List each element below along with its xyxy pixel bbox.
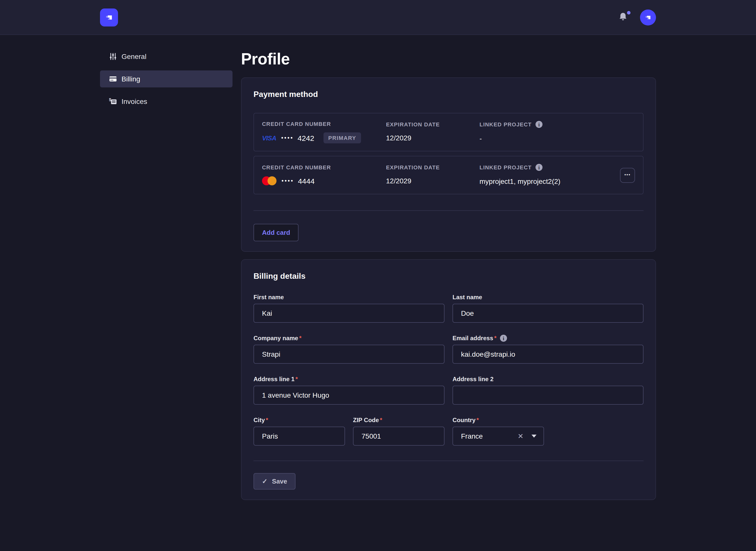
email-input[interactable] (453, 345, 644, 364)
city-input[interactable] (253, 427, 345, 446)
svg-text:$: $ (109, 98, 111, 102)
expiration-date-header: EXPIRATION DATE (386, 121, 480, 127)
main-content: Profile Payment method CREDIT CARD NUMBE… (241, 35, 656, 520)
masked-digits: •••• (281, 177, 294, 184)
linked-project-value: myproject1, myproject2(2) (480, 176, 620, 186)
zip-code-label: ZIP Code (353, 417, 379, 424)
address-line1-field-group: Address line 1 * (253, 376, 445, 405)
payment-divider (253, 210, 644, 211)
linked-project-header: LINKED PROJECT (480, 164, 532, 170)
payment-method-title: Payment method (253, 90, 644, 99)
settings-sidebar: General Billing $ (100, 35, 233, 115)
country-selected-value: France (461, 432, 483, 440)
country-select[interactable]: France ✕ (453, 427, 544, 446)
clear-selection-icon[interactable]: ✕ (518, 432, 523, 440)
chevron-down-icon[interactable] (531, 435, 536, 438)
sidebar-item-label: General (121, 52, 147, 60)
topbar (0, 0, 756, 35)
ellipsis-icon: ••• (624, 173, 631, 177)
primary-badge: PRIMARY (323, 132, 361, 143)
address-line2-label: Address line 2 (453, 376, 494, 383)
email-field-group: Email address * i (453, 335, 644, 364)
sidebar-item-billing[interactable]: Billing (100, 70, 233, 87)
notifications-bell-icon[interactable] (618, 12, 629, 23)
add-card-button[interactable]: Add card (253, 224, 299, 241)
expiration-date-header: EXPIRATION DATE (386, 164, 480, 170)
city-field-group: City * (253, 417, 345, 446)
first-name-label: First name (253, 294, 284, 301)
required-asterisk: * (380, 417, 382, 424)
sidebar-item-label: Invoices (121, 97, 147, 105)
billing-details-card: Billing details First name Last name Com… (241, 259, 656, 500)
save-button[interactable]: ✓ Save (253, 473, 296, 490)
sliders-icon (109, 52, 117, 60)
billing-divider (253, 461, 644, 461)
sidebar-item-general[interactable]: General (100, 48, 233, 65)
zip-code-field-group: ZIP Code * (353, 417, 445, 446)
card-last4: 4242 (297, 134, 314, 142)
country-field-group: Country * France ✕ (453, 417, 544, 446)
address-line1-label: Address line 1 (253, 376, 294, 383)
visa-logo-icon: VISA (262, 134, 276, 142)
sidebar-item-invoices[interactable]: $ Invoices (100, 93, 233, 110)
save-button-label: Save (272, 478, 287, 485)
info-icon[interactable]: i (536, 121, 543, 128)
credit-card-row-mastercard: CREDIT CARD NUMBER •••• 4444 EXPIRATION … (253, 156, 644, 194)
zip-code-input[interactable] (353, 427, 445, 446)
page-title: Profile (241, 50, 656, 68)
sidebar-item-label: Billing (121, 75, 140, 83)
last-name-field-group: Last name (453, 294, 644, 323)
required-asterisk: * (266, 417, 268, 424)
required-asterisk: * (477, 417, 479, 424)
payment-method-card: Payment method CREDIT CARD NUMBER VISA •… (241, 77, 656, 252)
address-line2-field-group: Address line 2 (453, 376, 644, 405)
card-last4: 4444 (298, 176, 315, 185)
user-avatar[interactable] (640, 9, 656, 25)
first-name-field-group: First name (253, 294, 445, 323)
masked-digits: •••• (281, 134, 294, 141)
company-name-field-group: Company name * (253, 335, 445, 364)
linked-project-header: LINKED PROJECT (480, 121, 532, 127)
address-line1-input[interactable] (253, 386, 445, 405)
linked-project-value: - (480, 133, 635, 143)
country-label: Country (453, 417, 476, 424)
check-icon: ✓ (262, 478, 267, 485)
expiration-date-value: 12/2029 (386, 176, 480, 186)
required-asterisk: * (299, 335, 301, 342)
credit-card-row-visa: CREDIT CARD NUMBER VISA •••• 4242 PRIMAR… (253, 113, 644, 151)
strapi-logo-icon[interactable] (100, 8, 118, 26)
required-asterisk: * (295, 376, 298, 383)
company-name-input[interactable] (253, 345, 445, 364)
mastercard-logo-icon (262, 176, 276, 185)
first-name-input[interactable] (253, 304, 445, 323)
address-line2-input[interactable] (453, 386, 644, 405)
expiration-date-value: 12/2029 (386, 133, 480, 143)
card-actions-menu-button[interactable]: ••• (620, 167, 635, 182)
city-label: City (253, 417, 265, 424)
invoice-icon: $ (109, 97, 117, 105)
notification-dot (627, 11, 631, 14)
last-name-input[interactable] (453, 304, 644, 323)
billing-details-title: Billing details (253, 272, 644, 281)
last-name-label: Last name (453, 294, 482, 301)
info-icon[interactable]: i (500, 335, 507, 342)
company-name-label: Company name (253, 335, 298, 342)
credit-card-number-header: CREDIT CARD NUMBER (262, 121, 386, 127)
info-icon[interactable]: i (536, 164, 543, 171)
email-label: Email address (453, 335, 493, 342)
credit-card-icon (109, 75, 117, 83)
credit-card-number-header: CREDIT CARD NUMBER (262, 164, 386, 170)
required-asterisk: * (494, 335, 497, 342)
